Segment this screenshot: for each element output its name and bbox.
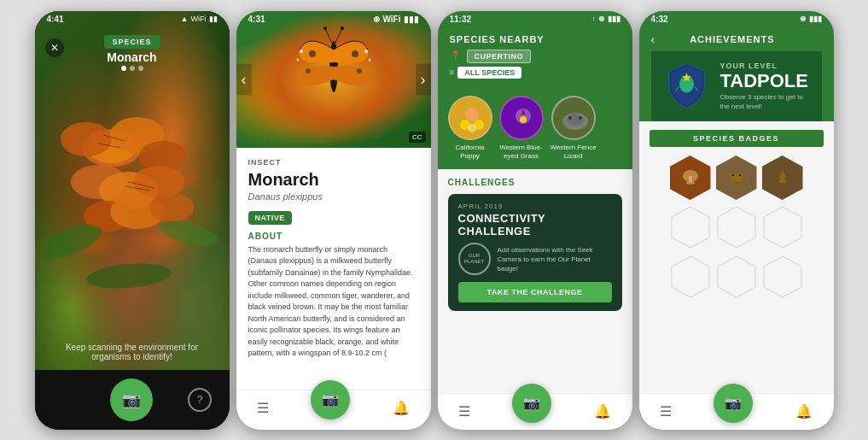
svg-point-29 [468,124,476,132]
svg-point-19 [300,50,303,53]
badge-hex-empty-3 [762,205,803,249]
challenges-title: CHALLENGES [448,178,622,187]
species-thumb-image-2 [499,96,544,140]
ach-title-row: ‹ ACHIEVEMENTS [651,27,822,51]
svg-marker-52 [718,207,755,248]
badge-hex-1[interactable] [670,155,711,200]
species-detail-screen: ‹ › CC 4:31 ⊛ WiFi ▮▮▮ INSECT Monarch Da… [236,11,431,430]
location-row: 📍 CUPERTINO [450,50,620,63]
our-planet-badge: OUR PLANET [458,243,491,275]
challenge-card: APRIL 2019 CONNECTIVITY CHALLENGE OUR PL… [448,194,622,311]
close-button[interactable]: ✕ [45,38,64,57]
achievements-screen: 4:32 ⊛ ▮▮▮ ‹ ACHIEVEMENTS [639,11,834,430]
badges-header: SPECIES BADGES [650,130,824,147]
badges-grid [650,155,824,299]
svg-point-18 [357,68,362,73]
camera-fab-4[interactable]: 📷 [714,384,753,423]
status-time-3: 11:32 [450,15,472,24]
badge-mushroom [670,155,711,200]
species-thumb-3[interactable]: Western FenceLizard [551,96,597,161]
menu-icon-2[interactable]: ☰ [257,400,269,416]
svg-point-15 [309,50,316,57]
challenges-section: CHALLENGES APRIL 2019 CONNECTIVITY CHALL… [438,169,632,392]
badge-frog [716,155,757,200]
svg-point-32 [520,116,527,123]
badge-hex-empty-2 [716,205,757,249]
menu-icon-4[interactable]: ☰ [660,403,672,419]
filter-icon: ≡ [450,67,455,77]
badge-hex-empty-5 [716,255,757,299]
status-bar-4: 4:32 ⊛ ▮▮▮ [651,11,822,27]
status-time-1: 4:41 [47,15,64,24]
location-pin-icon: 📍 [450,50,462,62]
species-name-camera: Monarch [107,50,156,64]
badge-hex-2[interactable] [716,155,757,200]
svg-point-20 [364,50,368,53]
camera-fab-3[interactable]: 📷 [512,384,551,423]
species-title: Monarch [248,170,419,190]
filter-tag[interactable]: ALL SPECIES [457,67,521,79]
prev-arrow[interactable]: ‹ [236,63,252,95]
svg-marker-55 [718,256,755,297]
svg-point-48 [731,173,734,176]
filter-row: ≡ ALL SPECIES [450,67,620,79]
screens-container: 4:41 ▲ WiFi ▮▮ ✕ SPECIES Monarch [0,0,868,440]
svg-point-7 [133,166,184,198]
native-badge: NATIVE [248,211,292,225]
about-text: The monarch butterfly or simply monarch … [248,244,419,360]
svg-point-2 [61,122,112,156]
level-desc: Observe 3 species to get to the next lev… [720,92,810,111]
bell-icon-4[interactable]: 🔔 [795,403,813,419]
status-icons-4: ⊛ ▮▮▮ [800,15,822,23]
svg-marker-51 [672,207,709,248]
svg-marker-56 [764,256,801,297]
dot-indicators [121,66,143,71]
challenge-desc: Add observations with the Seek Camera to… [498,245,612,274]
status-icons-1: ▲ WiFi ▮▮ [181,15,218,23]
next-arrow[interactable]: › [416,63,431,95]
species-image: ‹ › CC 4:31 ⊛ WiFi ▮▮▮ [236,11,431,148]
achievements-title: ACHIEVEMENTS [661,34,802,44]
bottom-nav-2: ☰ 📷 🔔 [236,390,431,426]
about-title: ABOUT [248,232,419,241]
camera-bottom-bar: 📷 ? [35,370,230,430]
camera-screen: 4:41 ▲ WiFi ▮▮ ✕ SPECIES Monarch [35,11,230,430]
bell-icon-3[interactable]: 🔔 [594,403,611,419]
butterfly-svg [44,71,221,310]
nearby-header: SPECIES NEARBY 📍 CUPERTINO ≡ ALL SPECIES [438,27,632,87]
badge-hex-3[interactable] [762,155,803,200]
bell-icon-2[interactable]: 🔔 [393,400,410,416]
shield-icon [663,62,710,109]
camera-button-main[interactable]: 📷 [110,378,153,421]
home-indicator-2 [236,426,431,430]
challenge-month: APRIL 2019 [458,202,612,210]
species-thumb-1[interactable]: CaliforniaPoppy [448,96,492,161]
take-challenge-button[interactable]: TAKE THE CHALLENGE [458,282,612,302]
species-thumb-image-1 [448,96,492,140]
svg-point-10 [149,193,194,222]
status-bar-3: 11:32 ↑ ⊛ ▮▮▮ [438,11,632,27]
phone-achievements: 4:32 ⊛ ▮▮▮ ‹ ACHIEVEMENTS [639,11,834,430]
your-level-label: YOUR LEVEL [720,62,810,70]
svg-point-16 [352,50,358,57]
bottom-nav-4: ☰ 📷 🔔 [639,393,834,430]
back-arrow[interactable]: ‹ [651,32,655,46]
svg-point-49 [738,173,741,176]
species-thumb-2[interactable]: Western Blue-eyed Grass [499,96,544,161]
camera-fab-2[interactable]: 📷 [311,380,350,419]
monarch-svg [283,24,385,109]
about-section: ABOUT The monarch butterfly or simply mo… [248,232,419,360]
menu-icon-3[interactable]: ☰ [458,403,470,419]
location-tag[interactable]: CUPERTINO [467,50,532,63]
badge-hex-empty-4 [670,255,711,299]
help-button[interactable]: ? [188,388,212,412]
status-icons-3: ↑ ⊛ ▮▮▮ [592,15,620,23]
status-time-2: 4:31 [248,15,265,24]
species-grid: CaliforniaPoppy Western Blue-eyed Grass [438,87,632,170]
dot-2 [130,66,135,71]
svg-point-22 [368,58,370,61]
cc-badge: CC [409,132,426,143]
scanning-text: Keep scanning the environment for organi… [35,343,230,361]
dot-1 [121,66,126,71]
status-icons-2: ⊛ WiFi ▮▮▮ [373,15,418,24]
